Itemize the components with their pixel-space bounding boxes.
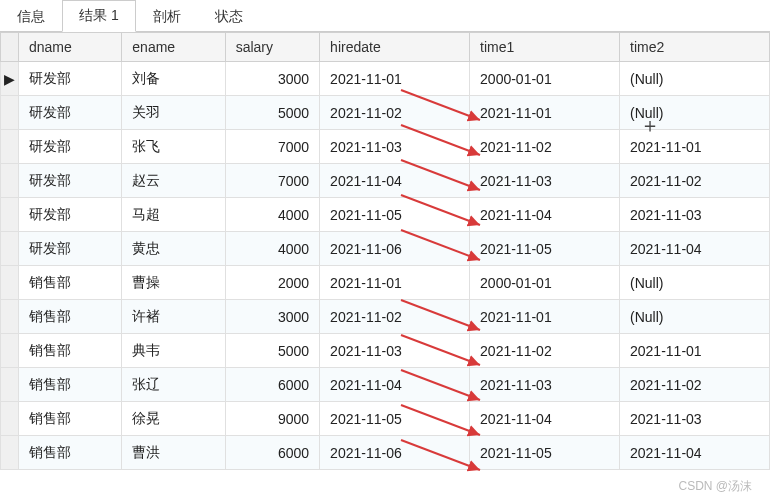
cell-hiredate[interactable]: 2021-11-03: [320, 334, 470, 368]
result-grid[interactable]: dname ename salary hiredate time1 time2 …: [0, 32, 770, 470]
table-row[interactable]: 研发部黄忠40002021-11-062021-11-052021-11-04: [1, 232, 770, 266]
cell-ename[interactable]: 许褚: [122, 300, 225, 334]
cell-time1[interactable]: 2021-11-01: [470, 300, 620, 334]
table-row[interactable]: ▶研发部刘备30002021-11-012000-01-01(Null): [1, 62, 770, 96]
cell-hiredate[interactable]: 2021-11-02: [320, 96, 470, 130]
cell-ename[interactable]: 张飞: [122, 130, 225, 164]
table-row[interactable]: 研发部赵云70002021-11-042021-11-032021-11-02: [1, 164, 770, 198]
cell-time1[interactable]: 2021-11-05: [470, 436, 620, 470]
row-marker: ▶: [1, 62, 19, 96]
cell-salary[interactable]: 2000: [225, 266, 319, 300]
col-hiredate[interactable]: hiredate: [320, 33, 470, 62]
cell-hiredate[interactable]: 2021-11-01: [320, 266, 470, 300]
row-marker: [1, 334, 19, 368]
cell-dname[interactable]: 销售部: [19, 334, 122, 368]
cell-dname[interactable]: 研发部: [19, 62, 122, 96]
cell-hiredate[interactable]: 2021-11-03: [320, 130, 470, 164]
cell-salary[interactable]: 6000: [225, 368, 319, 402]
cell-time2[interactable]: 2021-11-04: [620, 436, 770, 470]
cell-dname[interactable]: 销售部: [19, 300, 122, 334]
cell-salary[interactable]: 3000: [225, 300, 319, 334]
cell-hiredate[interactable]: 2021-11-04: [320, 368, 470, 402]
tab-info[interactable]: 信息: [0, 1, 62, 32]
table-row[interactable]: 销售部曹洪60002021-11-062021-11-052021-11-04: [1, 436, 770, 470]
cell-ename[interactable]: 赵云: [122, 164, 225, 198]
cell-salary[interactable]: 7000: [225, 164, 319, 198]
cell-hiredate[interactable]: 2021-11-02: [320, 300, 470, 334]
cell-ename[interactable]: 典韦: [122, 334, 225, 368]
cell-time2[interactable]: 2021-11-01: [620, 130, 770, 164]
cell-hiredate[interactable]: 2021-11-01: [320, 62, 470, 96]
table-row[interactable]: 销售部曹操20002021-11-012000-01-01(Null): [1, 266, 770, 300]
table-row[interactable]: 销售部许褚30002021-11-022021-11-01(Null): [1, 300, 770, 334]
cell-hiredate[interactable]: 2021-11-04: [320, 164, 470, 198]
row-marker: [1, 232, 19, 266]
cell-dname[interactable]: 研发部: [19, 130, 122, 164]
table-row[interactable]: 研发部马超40002021-11-052021-11-042021-11-03: [1, 198, 770, 232]
cell-time1[interactable]: 2021-11-04: [470, 402, 620, 436]
cell-salary[interactable]: 5000: [225, 96, 319, 130]
cell-ename[interactable]: 刘备: [122, 62, 225, 96]
cell-time1[interactable]: 2000-01-01: [470, 266, 620, 300]
row-marker-header: [1, 33, 19, 62]
col-ename[interactable]: ename: [122, 33, 225, 62]
col-time1[interactable]: time1: [470, 33, 620, 62]
cell-time2[interactable]: 2021-11-03: [620, 198, 770, 232]
cell-time1[interactable]: 2021-11-03: [470, 368, 620, 402]
cell-salary[interactable]: 3000: [225, 62, 319, 96]
row-marker: [1, 164, 19, 198]
cell-dname[interactable]: 销售部: [19, 266, 122, 300]
cell-dname[interactable]: 研发部: [19, 198, 122, 232]
cell-time2[interactable]: 2021-11-02: [620, 368, 770, 402]
cell-ename[interactable]: 曹操: [122, 266, 225, 300]
cell-time2[interactable]: (Null): [620, 62, 770, 96]
cell-time1[interactable]: 2000-01-01: [470, 62, 620, 96]
cell-dname[interactable]: 销售部: [19, 436, 122, 470]
cell-salary[interactable]: 4000: [225, 232, 319, 266]
cell-salary[interactable]: 5000: [225, 334, 319, 368]
cell-salary[interactable]: 7000: [225, 130, 319, 164]
tab-profile[interactable]: 剖析: [136, 1, 198, 32]
tab-result[interactable]: 结果 1: [62, 0, 136, 32]
cell-ename[interactable]: 关羽: [122, 96, 225, 130]
cell-dname[interactable]: 销售部: [19, 368, 122, 402]
cell-ename[interactable]: 曹洪: [122, 436, 225, 470]
table-row[interactable]: 销售部张辽60002021-11-042021-11-032021-11-02: [1, 368, 770, 402]
table-row[interactable]: 销售部徐晃90002021-11-052021-11-042021-11-03: [1, 402, 770, 436]
cell-salary[interactable]: 6000: [225, 436, 319, 470]
cell-time1[interactable]: 2021-11-05: [470, 232, 620, 266]
cell-time1[interactable]: 2021-11-02: [470, 334, 620, 368]
tab-status[interactable]: 状态: [198, 1, 260, 32]
cell-time2[interactable]: 2021-11-03: [620, 402, 770, 436]
table-row[interactable]: 研发部关羽50002021-11-022021-11-01(Null): [1, 96, 770, 130]
cell-dname[interactable]: 销售部: [19, 402, 122, 436]
cell-dname[interactable]: 研发部: [19, 232, 122, 266]
cell-dname[interactable]: 研发部: [19, 96, 122, 130]
cell-ename[interactable]: 黄忠: [122, 232, 225, 266]
cell-salary[interactable]: 9000: [225, 402, 319, 436]
cell-hiredate[interactable]: 2021-11-06: [320, 436, 470, 470]
table-row[interactable]: 销售部典韦50002021-11-032021-11-022021-11-01: [1, 334, 770, 368]
cell-ename[interactable]: 马超: [122, 198, 225, 232]
cell-ename[interactable]: 张辽: [122, 368, 225, 402]
cell-hiredate[interactable]: 2021-11-05: [320, 198, 470, 232]
cell-time2[interactable]: 2021-11-01: [620, 334, 770, 368]
cell-time2[interactable]: (Null): [620, 300, 770, 334]
cell-time2[interactable]: 2021-11-02: [620, 164, 770, 198]
cell-time1[interactable]: 2021-11-04: [470, 198, 620, 232]
cell-time1[interactable]: 2021-11-01: [470, 96, 620, 130]
col-dname[interactable]: dname: [19, 33, 122, 62]
cell-ename[interactable]: 徐晃: [122, 402, 225, 436]
cell-time1[interactable]: 2021-11-02: [470, 130, 620, 164]
cell-hiredate[interactable]: 2021-11-06: [320, 232, 470, 266]
table-row[interactable]: 研发部张飞70002021-11-032021-11-022021-11-01: [1, 130, 770, 164]
cell-dname[interactable]: 研发部: [19, 164, 122, 198]
col-time2[interactable]: time2: [620, 33, 770, 62]
cell-time2[interactable]: 2021-11-04: [620, 232, 770, 266]
cell-time1[interactable]: 2021-11-03: [470, 164, 620, 198]
cell-hiredate[interactable]: 2021-11-05: [320, 402, 470, 436]
cell-salary[interactable]: 4000: [225, 198, 319, 232]
cell-time2[interactable]: (Null): [620, 96, 770, 130]
col-salary[interactable]: salary: [225, 33, 319, 62]
cell-time2[interactable]: (Null): [620, 266, 770, 300]
